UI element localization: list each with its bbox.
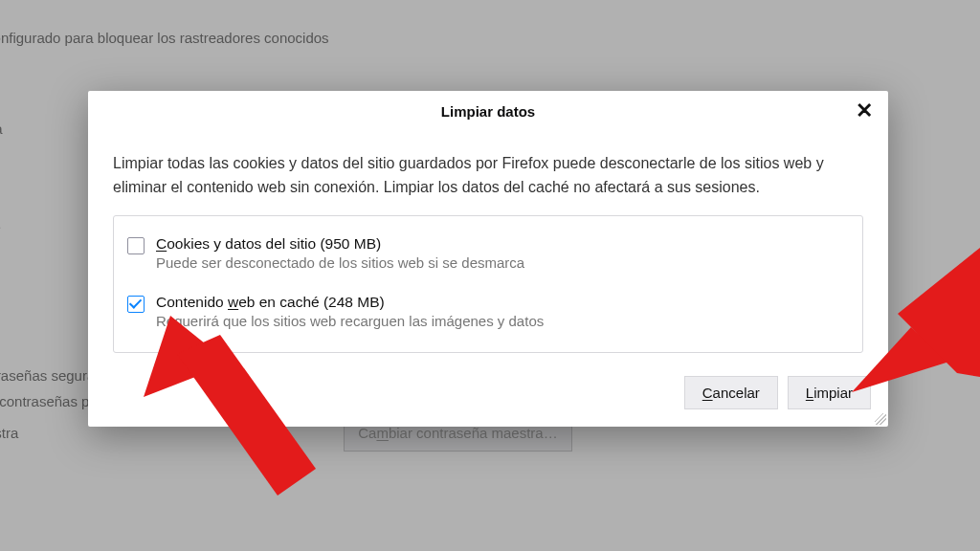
resize-grip-icon[interactable]	[875, 413, 886, 425]
clear-data-dialog: Limpiar datos ✕ Limpiar todas las cookie…	[88, 91, 888, 427]
options-container: Cookies y datos del sitio (950 MB) Puede…	[113, 215, 863, 353]
cache-option[interactable]: Contenido web en caché (248 MB) Requerir…	[127, 280, 849, 339]
dialog-header: Limpiar datos ✕	[88, 91, 888, 133]
cookies-option-sub: Puede ser desconectado de los sitios web…	[156, 254, 849, 271]
clear-button[interactable]: Limpiar	[788, 376, 871, 409]
close-icon[interactable]: ✕	[846, 93, 882, 129]
dialog-title: Limpiar datos	[441, 103, 535, 120]
cache-option-label: Contenido web en caché (248 MB)	[156, 294, 849, 311]
cookies-checkbox[interactable]	[127, 237, 145, 254]
cookies-option-label: Cookies y datos del sitio (950 MB)	[156, 235, 849, 253]
dialog-footer: Cancelar Limpiar	[88, 363, 888, 427]
dialog-description: Limpiar todas las cookies y datos del si…	[113, 152, 863, 200]
cache-checkbox[interactable]	[127, 296, 145, 313]
cancel-button[interactable]: Cancelar	[684, 376, 778, 409]
cache-option-sub: Requerirá que los sitios web recarguen l…	[156, 313, 849, 329]
cookies-option[interactable]: Cookies y datos del sitio (950 MB) Puede…	[127, 230, 849, 280]
